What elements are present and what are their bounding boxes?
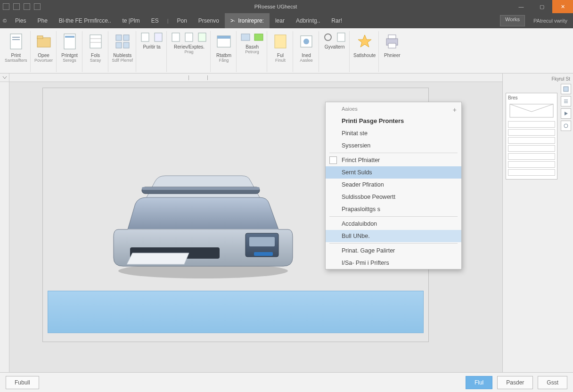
square-icon bbox=[563, 86, 569, 92]
secondary-button[interactable]: Pasder bbox=[497, 376, 533, 389]
ribbon: Print Santsalfters Opee Povortuer Printg… bbox=[0, 28, 573, 74]
menu-item[interactable]: Phe bbox=[32, 13, 53, 28]
ribbon-group[interactable]: Satlshoute bbox=[351, 31, 379, 72]
close-button[interactable]: ✕ bbox=[552, 0, 573, 13]
ruler-vertical[interactable] bbox=[0, 82, 9, 372]
bottom-left-button[interactable]: Fubull bbox=[6, 376, 39, 389]
svg-rect-36 bbox=[249, 237, 275, 246]
svg-rect-21 bbox=[241, 34, 250, 41]
menu-item[interactable]: lear bbox=[270, 13, 290, 28]
selection-strip[interactable] bbox=[48, 291, 424, 333]
svg-marker-28 bbox=[358, 35, 371, 47]
ctx-item[interactable]: I/Sa- Pmi i Prifters bbox=[326, 257, 461, 269]
context-menu: Aaioes + Printi Pasge Pronters Pinitat s… bbox=[325, 102, 462, 270]
svg-rect-0 bbox=[10, 34, 22, 49]
menu-item-active[interactable]: >· Ironirepre: bbox=[225, 13, 270, 28]
ruler-horizontal[interactable] bbox=[9, 74, 502, 82]
maximize-button[interactable]: ▢ bbox=[532, 0, 552, 13]
minimize-button[interactable]: — bbox=[511, 0, 532, 13]
ctx-item[interactable]: Prapasloittgs s bbox=[326, 203, 461, 215]
ribbon-label: Ful bbox=[277, 53, 284, 58]
ribbon-label: Opee bbox=[38, 53, 49, 58]
tool-button[interactable] bbox=[561, 84, 571, 94]
menu-item[interactable]: Prsenvo bbox=[193, 13, 225, 28]
tool-button[interactable] bbox=[561, 96, 571, 106]
ribbon-label: Puritir ta bbox=[143, 44, 160, 49]
ribbon-label: Printgnt bbox=[61, 53, 77, 58]
menu-item[interactable]: ES bbox=[146, 13, 164, 28]
menu-item[interactable]: Bl-the FE Prmfircce.. bbox=[53, 13, 117, 28]
side-toolstrip bbox=[561, 84, 571, 131]
ribbon-sublabel: Petrorg bbox=[245, 49, 259, 54]
qat-icon-3[interactable] bbox=[34, 3, 41, 10]
ribbon-group[interactable]: Basxh Petrorg bbox=[237, 31, 267, 72]
ribbon-group[interactable]: Puritir ta bbox=[137, 31, 167, 72]
ruler-corner[interactable] bbox=[0, 74, 9, 82]
ctx-item-iconed[interactable]: Frinct Pfniatter bbox=[326, 154, 461, 166]
ctx-item[interactable]: Pinitat ste bbox=[326, 127, 461, 139]
menu-item[interactable]: Pon bbox=[172, 13, 193, 28]
ribbon-label: Basxh bbox=[246, 44, 259, 49]
menu-right-chip[interactable]: Works bbox=[500, 15, 525, 26]
svg-rect-10 bbox=[116, 35, 122, 41]
card-green-icon bbox=[254, 32, 264, 42]
svg-point-26 bbox=[325, 34, 331, 41]
tool-button[interactable] bbox=[561, 108, 571, 119]
ribbon-label: Reriev/Exptes. bbox=[174, 44, 204, 49]
ribbon-group[interactable]: Phnieer bbox=[380, 31, 404, 72]
svg-point-25 bbox=[303, 39, 309, 44]
plus-icon[interactable]: + bbox=[453, 106, 457, 114]
app-icon bbox=[297, 32, 316, 51]
ribbon-sublabel: Finult bbox=[275, 58, 286, 63]
ribbon-group[interactable]: Printgnt Seregs bbox=[57, 31, 82, 72]
svg-rect-13 bbox=[123, 42, 129, 48]
ribbon-sublabel: Saray bbox=[90, 58, 101, 63]
menu-item[interactable]: Pies bbox=[9, 13, 32, 28]
doc-small-icon bbox=[171, 32, 181, 42]
page-icon bbox=[336, 32, 346, 42]
primary-button[interactable]: Flul bbox=[466, 376, 492, 389]
menu-item[interactable]: Adbrintg.. bbox=[290, 13, 326, 28]
ctx-item-selected[interactable]: Bull UNbe. bbox=[326, 230, 461, 242]
qat-icon-1[interactable] bbox=[13, 3, 20, 10]
ribbon-label: Nublests bbox=[113, 53, 131, 58]
ribbon-group[interactable]: Opee Povortuer bbox=[32, 31, 57, 72]
svg-rect-3 bbox=[37, 38, 50, 47]
qat-icon-2[interactable] bbox=[24, 3, 30, 10]
titlebar: PRoesse UGhecst — ▢ ✕ bbox=[0, 0, 573, 13]
menu-right-label: PAtrecul vwrity bbox=[528, 13, 573, 28]
menu-left-glyph[interactable]: © bbox=[0, 13, 9, 28]
ribbon-group[interactable]: Print Santsalfters bbox=[2, 31, 31, 72]
ctx-item[interactable]: Prinat. Gage Palirter bbox=[326, 245, 461, 257]
ribbon-group[interactable]: Ful Finult bbox=[268, 31, 293, 72]
tool-button[interactable] bbox=[561, 121, 571, 131]
secondary-button[interactable]: Gsst bbox=[538, 376, 567, 389]
ctx-item-selected[interactable]: Sernt Sulds bbox=[326, 166, 461, 179]
ribbon-label: Phnieer bbox=[384, 53, 400, 58]
ribbon-group[interactable]: Rtatbm Fång bbox=[212, 31, 237, 72]
ctx-item[interactable]: Suldissboe Peowertt bbox=[326, 191, 461, 203]
svg-rect-27 bbox=[337, 33, 345, 41]
ribbon-group[interactable]: Gyvaltern bbox=[320, 31, 350, 72]
ctx-item[interactable]: Accdaluibdon bbox=[326, 218, 461, 230]
grid-icon bbox=[113, 32, 132, 51]
svg-rect-37 bbox=[254, 252, 273, 256]
svg-rect-16 bbox=[172, 33, 180, 41]
doc-small-icon bbox=[197, 32, 207, 42]
ribbon-label: Fols bbox=[91, 53, 100, 58]
ribbon-group[interactable]: Fols Saray bbox=[83, 31, 108, 72]
svg-rect-6 bbox=[65, 36, 74, 38]
side-thumbnail[interactable]: Bres bbox=[506, 93, 557, 180]
ctx-item[interactable]: Seader Pfiration bbox=[326, 179, 461, 191]
menu-item[interactable]: Rar! bbox=[326, 13, 348, 28]
ribbon-group[interactable]: Nublests Sdlf Plerref bbox=[109, 31, 137, 72]
ribbon-group[interactable]: Reriev/Exptes. Prag bbox=[168, 31, 211, 72]
envelope-icon bbox=[508, 102, 555, 119]
ribbon-group[interactable]: Ined Aaslee bbox=[294, 31, 319, 72]
svg-rect-47 bbox=[510, 104, 553, 117]
side-panel-title: Fkyrul St bbox=[506, 76, 570, 82]
svg-point-46 bbox=[564, 124, 568, 128]
workspace: Aaioes + Printi Pasge Pronters Pinitat s… bbox=[0, 74, 573, 372]
menu-item[interactable]: te |Plm bbox=[117, 13, 146, 28]
ctx-item[interactable]: Syssersien bbox=[326, 139, 461, 152]
